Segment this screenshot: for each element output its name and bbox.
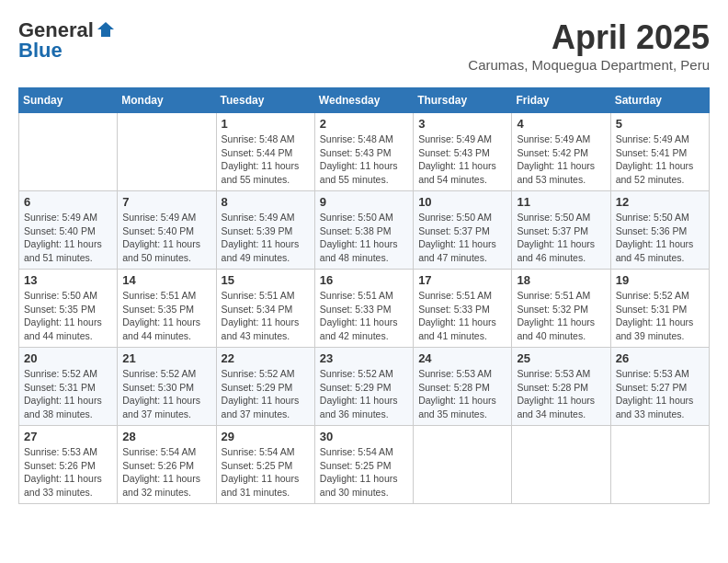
day-info: Sunrise: 5:53 AM Sunset: 5:28 PM Dayligh… — [418, 367, 506, 421]
day-number: 9 — [320, 195, 408, 209]
col-saturday: Saturday — [610, 88, 709, 113]
calendar-cell: 26Sunrise: 5:53 AM Sunset: 5:27 PM Dayli… — [610, 348, 709, 426]
logo: General Blue — [18, 18, 116, 63]
day-info: Sunrise: 5:53 AM Sunset: 5:28 PM Dayligh… — [517, 367, 605, 421]
day-info: Sunrise: 5:52 AM Sunset: 5:31 PM Dayligh… — [616, 289, 704, 343]
day-info: Sunrise: 5:48 AM Sunset: 5:44 PM Dayligh… — [222, 132, 310, 187]
day-number: 19 — [616, 273, 704, 287]
day-number: 1 — [222, 117, 310, 131]
day-number: 27 — [24, 430, 112, 443]
page-container: General Blue April 2025 Carumas, Moquegu… — [18, 18, 710, 504]
calendar-cell: 21Sunrise: 5:52 AM Sunset: 5:30 PM Dayli… — [118, 348, 216, 426]
header: General Blue April 2025 Carumas, Moquegu… — [18, 18, 710, 73]
day-info: Sunrise: 5:50 AM Sunset: 5:35 PM Dayligh… — [24, 289, 112, 343]
calendar-cell — [512, 426, 610, 504]
day-number: 28 — [122, 430, 210, 443]
calendar-cell: 1Sunrise: 5:48 AM Sunset: 5:44 PM Daylig… — [216, 113, 314, 191]
week-row-1: 1Sunrise: 5:48 AM Sunset: 5:44 PM Daylig… — [19, 113, 710, 191]
calendar-cell: 7Sunrise: 5:49 AM Sunset: 5:40 PM Daylig… — [118, 191, 216, 270]
calendar-cell: 11Sunrise: 5:50 AM Sunset: 5:37 PM Dayli… — [512, 191, 610, 270]
calendar-cell — [414, 426, 512, 504]
day-info: Sunrise: 5:52 AM Sunset: 5:30 PM Dayligh… — [122, 367, 210, 421]
calendar-cell: 18Sunrise: 5:51 AM Sunset: 5:32 PM Dayli… — [512, 270, 610, 348]
day-number: 23 — [320, 351, 408, 365]
calendar-cell: 20Sunrise: 5:52 AM Sunset: 5:31 PM Dayli… — [19, 348, 118, 426]
day-number: 20 — [24, 351, 112, 365]
day-number: 25 — [517, 351, 605, 365]
calendar-cell: 14Sunrise: 5:51 AM Sunset: 5:35 PM Dayli… — [118, 270, 216, 348]
col-thursday: Thursday — [414, 88, 512, 113]
calendar-cell: 10Sunrise: 5:50 AM Sunset: 5:37 PM Dayli… — [414, 191, 512, 270]
day-number: 29 — [222, 430, 310, 443]
day-info: Sunrise: 5:52 AM Sunset: 5:29 PM Dayligh… — [320, 367, 408, 421]
day-info: Sunrise: 5:51 AM Sunset: 5:34 PM Dayligh… — [222, 289, 310, 343]
calendar-table: Sunday Monday Tuesday Wednesday Thursday… — [18, 87, 710, 504]
day-info: Sunrise: 5:50 AM Sunset: 5:38 PM Dayligh… — [320, 211, 408, 265]
calendar-cell: 5Sunrise: 5:49 AM Sunset: 5:41 PM Daylig… — [610, 113, 709, 191]
calendar-cell: 3Sunrise: 5:49 AM Sunset: 5:43 PM Daylig… — [414, 113, 512, 191]
day-info: Sunrise: 5:50 AM Sunset: 5:37 PM Dayligh… — [418, 211, 506, 265]
svg-marker-0 — [97, 22, 114, 37]
day-info: Sunrise: 5:49 AM Sunset: 5:40 PM Dayligh… — [122, 211, 210, 265]
calendar-cell: 12Sunrise: 5:50 AM Sunset: 5:36 PM Dayli… — [610, 191, 709, 270]
week-row-5: 27Sunrise: 5:53 AM Sunset: 5:26 PM Dayli… — [19, 426, 710, 504]
week-row-3: 13Sunrise: 5:50 AM Sunset: 5:35 PM Dayli… — [19, 270, 710, 348]
day-info: Sunrise: 5:51 AM Sunset: 5:32 PM Dayligh… — [517, 289, 605, 343]
day-number: 21 — [122, 351, 210, 365]
day-number: 16 — [320, 273, 408, 287]
day-info: Sunrise: 5:50 AM Sunset: 5:37 PM Dayligh… — [517, 211, 605, 265]
calendar-cell — [19, 113, 118, 191]
calendar-header-row: Sunday Monday Tuesday Wednesday Thursday… — [19, 88, 710, 113]
calendar-cell: 8Sunrise: 5:49 AM Sunset: 5:39 PM Daylig… — [216, 191, 314, 270]
day-info: Sunrise: 5:49 AM Sunset: 5:39 PM Dayligh… — [222, 211, 310, 265]
day-number: 8 — [222, 195, 310, 209]
day-info: Sunrise: 5:52 AM Sunset: 5:31 PM Dayligh… — [24, 367, 112, 421]
day-number: 12 — [616, 195, 704, 209]
day-number: 3 — [418, 117, 506, 131]
day-number: 13 — [24, 273, 112, 287]
calendar-cell: 27Sunrise: 5:53 AM Sunset: 5:26 PM Dayli… — [19, 426, 118, 504]
location-subtitle: Carumas, Moquegua Department, Peru — [468, 57, 710, 73]
day-info: Sunrise: 5:49 AM Sunset: 5:41 PM Dayligh… — [616, 132, 704, 187]
day-info: Sunrise: 5:51 AM Sunset: 5:33 PM Dayligh… — [320, 289, 408, 343]
day-info: Sunrise: 5:48 AM Sunset: 5:43 PM Dayligh… — [320, 132, 408, 187]
calendar-cell: 17Sunrise: 5:51 AM Sunset: 5:33 PM Dayli… — [414, 270, 512, 348]
day-number: 15 — [222, 273, 310, 287]
day-info: Sunrise: 5:53 AM Sunset: 5:27 PM Dayligh… — [616, 367, 704, 421]
day-info: Sunrise: 5:51 AM Sunset: 5:35 PM Dayligh… — [122, 289, 210, 343]
day-number: 24 — [418, 351, 506, 365]
week-row-2: 6Sunrise: 5:49 AM Sunset: 5:40 PM Daylig… — [19, 191, 710, 270]
calendar-cell: 23Sunrise: 5:52 AM Sunset: 5:29 PM Dayli… — [314, 348, 413, 426]
day-info: Sunrise: 5:51 AM Sunset: 5:33 PM Dayligh… — [418, 289, 506, 343]
col-wednesday: Wednesday — [314, 88, 413, 113]
day-number: 17 — [418, 273, 506, 287]
calendar-cell: 28Sunrise: 5:54 AM Sunset: 5:26 PM Dayli… — [118, 426, 216, 504]
day-info: Sunrise: 5:52 AM Sunset: 5:29 PM Dayligh… — [222, 367, 310, 421]
calendar-cell: 9Sunrise: 5:50 AM Sunset: 5:38 PM Daylig… — [314, 191, 413, 270]
month-title: April 2025 — [468, 18, 710, 57]
calendar-cell: 15Sunrise: 5:51 AM Sunset: 5:34 PM Dayli… — [216, 270, 314, 348]
logo-bird-icon — [96, 20, 116, 40]
col-tuesday: Tuesday — [216, 88, 314, 113]
day-number: 5 — [616, 117, 704, 131]
day-number: 7 — [122, 195, 210, 209]
calendar-cell: 30Sunrise: 5:54 AM Sunset: 5:25 PM Dayli… — [314, 426, 413, 504]
title-section: April 2025 Carumas, Moquegua Department,… — [468, 18, 710, 73]
day-number: 6 — [24, 195, 112, 209]
day-number: 22 — [222, 351, 310, 365]
calendar-cell — [610, 426, 709, 504]
day-number: 14 — [122, 273, 210, 287]
col-sunday: Sunday — [19, 88, 118, 113]
day-number: 26 — [616, 351, 704, 365]
calendar-cell: 4Sunrise: 5:49 AM Sunset: 5:42 PM Daylig… — [512, 113, 610, 191]
day-number: 11 — [517, 195, 605, 209]
day-info: Sunrise: 5:53 AM Sunset: 5:26 PM Dayligh… — [24, 445, 112, 500]
calendar-cell: 16Sunrise: 5:51 AM Sunset: 5:33 PM Dayli… — [314, 270, 413, 348]
day-number: 18 — [517, 273, 605, 287]
week-row-4: 20Sunrise: 5:52 AM Sunset: 5:31 PM Dayli… — [19, 348, 710, 426]
day-info: Sunrise: 5:54 AM Sunset: 5:25 PM Dayligh… — [222, 445, 310, 500]
day-info: Sunrise: 5:49 AM Sunset: 5:43 PM Dayligh… — [418, 132, 506, 187]
calendar-cell: 24Sunrise: 5:53 AM Sunset: 5:28 PM Dayli… — [414, 348, 512, 426]
calendar-cell: 19Sunrise: 5:52 AM Sunset: 5:31 PM Dayli… — [610, 270, 709, 348]
day-number: 10 — [418, 195, 506, 209]
